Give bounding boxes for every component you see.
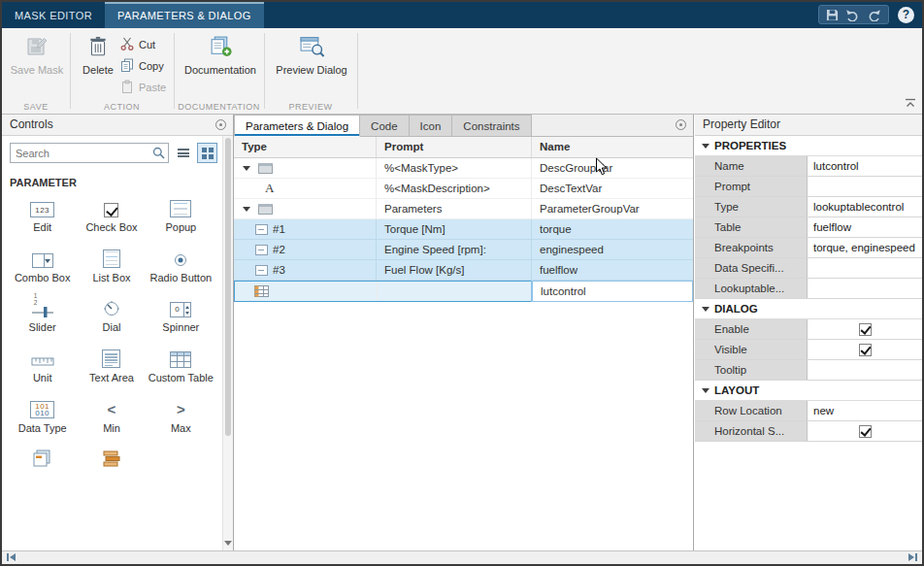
- ribbon-divider: [70, 33, 71, 109]
- column-header-prompt[interactable]: Prompt: [376, 137, 531, 157]
- row-index: #3: [273, 264, 285, 276]
- quick-access-toolbar: [818, 5, 889, 24]
- table-row-parametergroup[interactable]: Parameters ParameterGroupVar: [234, 199, 693, 219]
- control-item-max[interactable]: > Max: [147, 397, 215, 435]
- control-item-text-area[interactable]: Text Area: [77, 347, 146, 384]
- row-prompt[interactable]: %<MaskDescription>: [376, 179, 531, 198]
- delete-button[interactable]: Delete: [77, 35, 119, 76]
- row-prompt[interactable]: Engine Speed [rpm]:: [376, 240, 531, 259]
- property-value-data-specification[interactable]: [808, 258, 922, 278]
- control-item-data-type[interactable]: 101 010 Data Type: [8, 397, 77, 435]
- grid-view-button[interactable]: [197, 143, 217, 163]
- tab-parameters-dialog[interactable]: PARAMETERS & DIALOG: [105, 2, 264, 28]
- row-prompt[interactable]: Torque [Nm]: [376, 219, 531, 239]
- enable-checkbox[interactable]: [859, 323, 872, 336]
- column-header-type[interactable]: Type: [234, 137, 376, 157]
- property-value-row-location[interactable]: new: [808, 401, 922, 420]
- row-prompt[interactable]: Parameters: [376, 199, 531, 218]
- row-name[interactable]: DescTextVar: [531, 179, 693, 198]
- row-prompt[interactable]: %<MaskType>: [376, 158, 531, 178]
- property-row-data-specification: Data Specifi...: [695, 258, 922, 279]
- tab-mask-editor[interactable]: MASK EDITOR: [2, 2, 105, 28]
- table-row-lutcontrol-selected[interactable]: lutcontrol: [234, 281, 693, 302]
- property-value-table[interactable]: fuelflow: [808, 217, 922, 237]
- collapse-ribbon-icon[interactable]: [905, 97, 916, 111]
- ribbon-divider: [174, 33, 175, 109]
- scrollbar-thumb[interactable]: [225, 138, 231, 436]
- row-name[interactable]: ParameterGroupVar: [531, 199, 693, 218]
- redo-icon[interactable]: [867, 9, 881, 21]
- tab-parameters-and-dialog[interactable]: Parameters & Dialog: [234, 115, 360, 137]
- row-prompt[interactable]: [377, 282, 532, 301]
- collapse-caret-icon[interactable]: [243, 166, 250, 171]
- collapse-right-panel-icon[interactable]: [908, 553, 917, 561]
- row-name[interactable]: torque: [531, 219, 693, 239]
- collapse-caret-icon[interactable]: [243, 207, 250, 212]
- property-value-tooltip[interactable]: [808, 360, 922, 380]
- tab-constraints[interactable]: Constraints: [452, 115, 531, 137]
- list-view-icon: [178, 148, 189, 159]
- tab-code[interactable]: Code: [360, 115, 410, 137]
- undo-icon[interactable]: [845, 9, 860, 21]
- property-value-type[interactable]: lookuptablecontrol: [808, 197, 922, 216]
- control-item-check-box[interactable]: Check Box: [77, 196, 146, 234]
- table-row-enginespeed[interactable]: #2 Engine Speed [rpm]: enginespeed: [234, 240, 693, 260]
- row-name[interactable]: fuelflow: [531, 260, 693, 280]
- save-mask-icon: [25, 35, 49, 60]
- grid-view-icon: [202, 148, 214, 159]
- collapse-left-panel-icon[interactable]: [7, 553, 16, 561]
- control-item-popup[interactable]: Popup: [147, 196, 215, 234]
- table-row-fuelflow[interactable]: #3 Fuel Flow [Kg/s] fuelflow: [234, 260, 693, 281]
- row-name[interactable]: DescGroupVar: [531, 158, 693, 178]
- save-mask-button[interactable]: Save Mask: [8, 35, 66, 76]
- control-item-dial[interactable]: Dial: [77, 296, 146, 334]
- control-item-min[interactable]: < Min: [77, 397, 146, 435]
- control-item-promote-all[interactable]: [77, 447, 146, 472]
- paste-button[interactable]: Paste: [120, 77, 166, 98]
- list-view-button[interactable]: [173, 143, 193, 163]
- controls-scrollbar[interactable]: [222, 136, 233, 550]
- section-properties[interactable]: PROPERTIES: [695, 136, 922, 156]
- table-row-torque[interactable]: #1 Torque [Nm] torque: [234, 219, 693, 240]
- section-dialog[interactable]: DIALOG: [695, 299, 922, 319]
- row-name-editing[interactable]: lutcontrol: [532, 282, 692, 301]
- property-value-prompt[interactable]: [808, 177, 922, 196]
- control-item-custom-table[interactable]: Custom Table: [147, 347, 215, 384]
- control-item-spinner[interactable]: 0 Spinner: [147, 296, 215, 334]
- scroll-down-icon[interactable]: [223, 537, 233, 549]
- section-caret-icon: [702, 307, 710, 312]
- tab-icon[interactable]: Icon: [410, 115, 453, 137]
- statusbar: [2, 550, 922, 564]
- property-value-breakpoints[interactable]: torque, enginespeed: [808, 238, 922, 257]
- column-header-name[interactable]: Name: [531, 137, 693, 157]
- control-item-unit[interactable]: Unit: [8, 347, 77, 384]
- help-icon[interactable]: ?: [898, 7, 914, 23]
- preview-dialog-button[interactable]: Preview Dialog: [271, 35, 352, 76]
- property-row-name: Name lutcontrol: [695, 156, 922, 177]
- dial-icon: [103, 296, 120, 317]
- table-row-desctext[interactable]: A %<MaskDescription> DescTextVar: [234, 179, 693, 199]
- copy-button[interactable]: Copy: [120, 55, 166, 77]
- row-prompt[interactable]: Fuel Flow [Kg/s]: [376, 260, 531, 280]
- visible-checkbox[interactable]: [859, 344, 872, 356]
- row-name[interactable]: enginespeed: [531, 240, 693, 259]
- control-item-radio-button[interactable]: Radio Button: [147, 247, 215, 284]
- horizontal-stretch-checkbox[interactable]: [859, 425, 872, 438]
- control-item-list-box[interactable]: List Box: [77, 247, 146, 284]
- search-input[interactable]: [10, 143, 169, 163]
- property-row-visible: Visible: [695, 340, 922, 360]
- documentation-button[interactable]: Documentation: [182, 35, 258, 76]
- table-row-descgroup[interactable]: %<MaskType> DescGroupVar: [234, 158, 693, 179]
- combo-box-icon: [32, 253, 53, 268]
- panel-help-icon[interactable]: [215, 119, 226, 130]
- property-value-lookuptable[interactable]: [808, 279, 922, 298]
- panel-help-icon[interactable]: [676, 119, 686, 130]
- control-item-slider[interactable]: 1 2 Slider: [8, 296, 77, 334]
- save-icon[interactable]: [826, 9, 839, 21]
- control-item-combo-box[interactable]: Combo Box: [8, 247, 77, 284]
- section-layout[interactable]: LAYOUT: [695, 381, 922, 401]
- property-value-name[interactable]: lutcontrol: [808, 156, 922, 176]
- control-item-promoted-parameter[interactable]: [8, 447, 77, 472]
- control-item-edit[interactable]: 123 Edit: [8, 196, 77, 234]
- cut-button[interactable]: Cut: [120, 34, 166, 55]
